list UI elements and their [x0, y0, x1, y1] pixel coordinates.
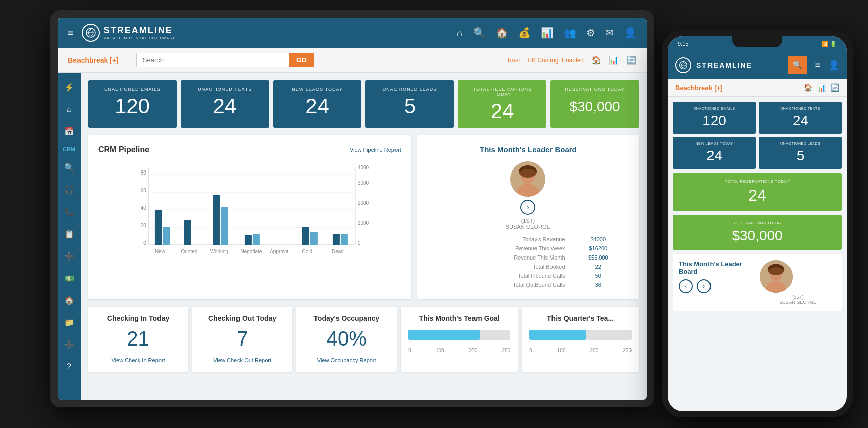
phone-screen: 9:15 📶 🔋 STREAMLINE 🔍 ≡ 👤 Beachbreak [+]… — [668, 36, 847, 411]
phone-search-button[interactable]: 🔍 — [788, 56, 807, 74]
phone-time: 9:15 — [678, 41, 688, 47]
phone-stat-value-leads: 24 — [678, 148, 751, 164]
user-nav-icon[interactable]: 👤 — [624, 27, 637, 39]
occupancy-card: Today's Occupancy 40% View Occupancy Rep… — [296, 307, 397, 372]
stat-label: Revenue This Month — [427, 253, 568, 262]
content-area: UNACTIONED EMAILS 120 UNACTIONED TEXTS 2… — [81, 73, 647, 400]
sidebar-item-folder[interactable]: 📁 — [60, 313, 78, 331]
mail-nav-icon[interactable]: ✉ — [605, 27, 614, 39]
quarter-goal-card: This Quarter's Tea... 0 100 200 250 — [522, 307, 639, 372]
svg-rect-19 — [155, 210, 162, 245]
view-checkin-link[interactable]: View Check In Report — [111, 357, 165, 363]
goal-scale: 0 100 200 250 — [408, 348, 510, 353]
sidebar-item-calendar[interactable]: 📅 — [60, 122, 78, 140]
sidebar-item-add2[interactable]: ➕ — [60, 335, 78, 354]
checking-in-title: Checking In Today — [96, 314, 181, 322]
phone-signal: 📶 🔋 — [821, 41, 837, 47]
hamburger-icon[interactable]: ≡ — [68, 27, 74, 39]
main-layout: ⚡ ⌂ 📅 CRM 🔍 🎧 📞 📋 ➕ 💵 🏠 📁 ➕ ? — [58, 73, 647, 400]
phone-stat-value-unactioned: 5 — [764, 148, 837, 164]
view-checkout-link[interactable]: View Check Out Report — [213, 357, 271, 363]
refresh-icon[interactable]: 🔄 — [626, 55, 637, 65]
sidebar-item-house[interactable]: 🏠 — [60, 291, 78, 309]
phone-stat-value-emails: 120 — [678, 113, 751, 129]
crm-pipeline-panel: CRM Pipeline View Pipeline Report — [88, 135, 411, 299]
phone-nav: STREAMLINE 🔍 ≡ 👤 — [668, 51, 847, 79]
laptop-frame: ≡ STREAMLINE VACATION RENTAL SOFTWARE ⌂ — [50, 10, 654, 407]
stat-card-total-res: TOTAL RESERVATIONS TODAY 24 — [458, 80, 546, 128]
checking-out-card: Checking Out Today 7 View Check Out Repo… — [192, 307, 292, 372]
sidebar-item-add1[interactable]: ➕ — [60, 247, 78, 265]
phone-property-bar: Beachbreak [+] 🏠 📊 🔄 — [668, 79, 847, 97]
home-nav-icon[interactable]: ⌂ — [457, 27, 463, 39]
chart-header-icon[interactable]: 📊 — [609, 55, 619, 65]
chart-nav-icon[interactable]: 📊 — [541, 27, 554, 39]
view-pipeline-link[interactable]: View Pipeline Report — [350, 147, 401, 153]
money-nav-icon[interactable]: 💰 — [518, 27, 531, 39]
hk-link[interactable]: HK Costing: Enabled — [528, 57, 584, 64]
phone-stat-texts: UNACTIONED TEXTS 24 — [759, 102, 842, 134]
sidebar-item-lightning[interactable]: ⚡ — [60, 78, 78, 96]
gear-nav-icon[interactable]: ⚙ — [586, 27, 595, 39]
stat-value-res-today: $30,000 — [558, 96, 632, 114]
stat-value: $55,000 — [568, 253, 629, 262]
svg-text:New: New — [155, 249, 166, 254]
quarter-bar — [529, 330, 586, 340]
phone-next-arrow[interactable]: › — [697, 279, 711, 293]
search-input[interactable] — [136, 53, 289, 67]
quarter-goal-title: This Quarter's Tea... — [529, 314, 632, 322]
airbnb-icon[interactable]: 🏠 — [591, 55, 601, 65]
phone-property-label[interactable]: Beachbreak [+] — [675, 84, 723, 92]
leader-next-arrow[interactable]: › — [520, 200, 535, 215]
svg-rect-24 — [245, 235, 252, 245]
go-button[interactable]: GO — [289, 53, 314, 67]
view-occupancy-link[interactable]: View Occupancy Report — [317, 357, 376, 363]
svg-rect-26 — [302, 227, 309, 245]
svg-rect-25 — [253, 234, 260, 245]
phone-res-today-label: RESERVATIONS TODAY — [679, 221, 836, 225]
sidebar-item-phone[interactable]: 📞 — [60, 203, 78, 221]
stat-card-res-today: RESERVATIONS TODAY $30,000 — [550, 80, 639, 128]
property-nav-icon[interactable]: 🏠 — [496, 27, 508, 39]
laptop-screen: ≡ STREAMLINE VACATION RENTAL SOFTWARE ⌂ — [58, 18, 647, 400]
trust-link[interactable]: Trust — [507, 57, 520, 64]
stat-label-unactioned: UNACTIONED LEADS — [373, 87, 446, 92]
sidebar-item-money[interactable]: 💵 — [60, 269, 78, 287]
middle-row: CRM Pipeline View Pipeline Report — [88, 135, 639, 299]
phone-menu-icon[interactable]: ≡ — [815, 60, 820, 70]
stat-value: 50 — [568, 271, 629, 280]
stat-card-texts: UNACTIONED TEXTS 24 — [181, 80, 269, 128]
sidebar-item-headset[interactable]: 🎧 — [60, 181, 78, 199]
svg-rect-29 — [341, 234, 348, 245]
sidebar-item-search[interactable]: 🔍 — [60, 158, 78, 177]
stat-value: 36 — [568, 280, 629, 289]
people-nav-icon[interactable]: 👥 — [564, 27, 576, 39]
stat-label: Revenue This Week — [427, 244, 568, 253]
team-goal-card: This Month's Team Goal 0 100 200 250 — [401, 307, 518, 372]
svg-text:4000: 4000 — [358, 165, 369, 170]
phone-user-icon[interactable]: 👤 — [828, 60, 839, 71]
stat-label-emails: UNACTIONED EMAILS — [96, 87, 169, 92]
search-nav-icon[interactable]: 🔍 — [473, 27, 486, 39]
sidebar-item-list[interactable]: 📋 — [60, 225, 78, 243]
stat-value: $16200 — [568, 244, 629, 253]
svg-text:Working: Working — [210, 249, 229, 254]
stat-value-total-res: 24 — [465, 101, 539, 122]
phone-leader-board: This Month's Leader Board ‹ › — [673, 254, 842, 311]
svg-text:0: 0 — [143, 240, 146, 246]
stat-label-leads: NEW LEADS TODAY — [281, 87, 354, 92]
phone-pie-icon[interactable]: 📊 — [817, 83, 826, 92]
phone-stat-label-leads: NEW LEADS TODAY — [678, 142, 751, 145]
svg-rect-27 — [310, 232, 318, 245]
sidebar-item-help[interactable]: ? — [60, 358, 78, 376]
phone-prev-arrow[interactable]: ‹ — [679, 279, 693, 293]
sidebar-item-home[interactable]: ⌂ — [60, 100, 78, 118]
checking-in-card: Checking In Today 21 View Check In Repor… — [88, 307, 188, 372]
phone-airbnb-icon[interactable]: 🏠 — [804, 83, 812, 92]
sidebar: ⚡ ⌂ 📅 CRM 🔍 🎧 📞 📋 ➕ 💵 🏠 📁 ➕ ? — [58, 73, 81, 400]
phone-refresh-icon[interactable]: 🔄 — [831, 83, 839, 92]
property-label[interactable]: Beachbreak [+] — [68, 56, 119, 64]
nav-icons: ⌂ 🔍 🏠 💰 📊 👥 ⚙ ✉ 👤 — [457, 27, 637, 39]
phone-logo-icon — [675, 57, 691, 73]
phone-leader-avatar — [760, 260, 793, 293]
